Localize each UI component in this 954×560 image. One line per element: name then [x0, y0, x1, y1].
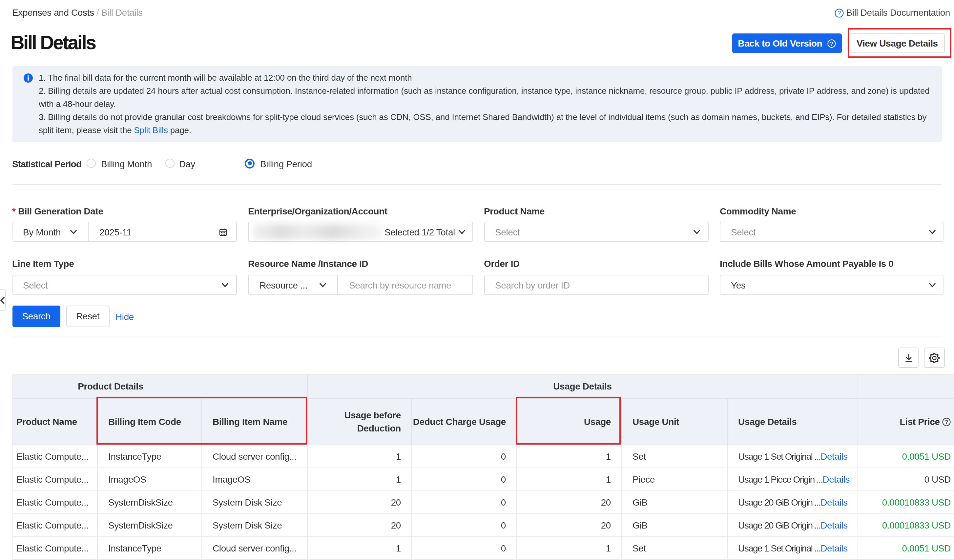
svg-text:?: ?: [837, 9, 841, 16]
svg-text:?: ?: [945, 419, 948, 425]
svg-text:?: ?: [830, 40, 833, 47]
